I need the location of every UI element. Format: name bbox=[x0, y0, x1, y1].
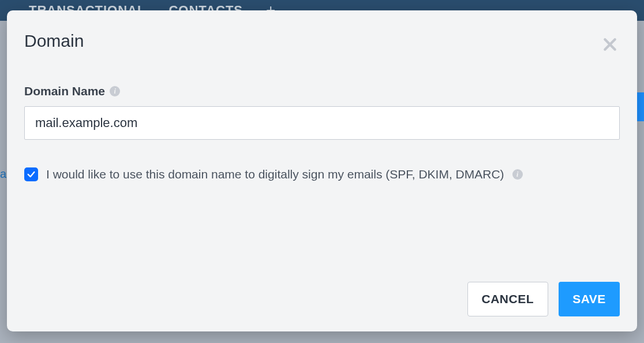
domain-name-field-group: Domain Name i bbox=[24, 84, 620, 140]
domain-name-label-row: Domain Name i bbox=[24, 84, 620, 98]
domain-modal: Domain Domain Name i I would like to use… bbox=[7, 10, 637, 331]
info-icon[interactable]: i bbox=[110, 86, 120, 96]
modal-footer: CANCEL SAVE bbox=[24, 282, 620, 316]
sign-emails-checkbox[interactable] bbox=[24, 167, 38, 181]
info-icon[interactable]: i bbox=[512, 169, 523, 180]
sign-emails-label: I would like to use this domain name to … bbox=[46, 167, 504, 181]
side-link-fragment: a bbox=[0, 167, 6, 181]
close-icon[interactable] bbox=[600, 35, 620, 54]
domain-name-input[interactable] bbox=[24, 106, 620, 140]
save-button[interactable]: SAVE bbox=[559, 282, 620, 316]
modal-title: Domain bbox=[24, 31, 84, 51]
cancel-button[interactable]: CANCEL bbox=[467, 282, 549, 316]
modal-header: Domain bbox=[24, 31, 620, 54]
domain-name-label: Domain Name bbox=[24, 84, 105, 98]
sign-emails-row: I would like to use this domain name to … bbox=[24, 167, 620, 181]
